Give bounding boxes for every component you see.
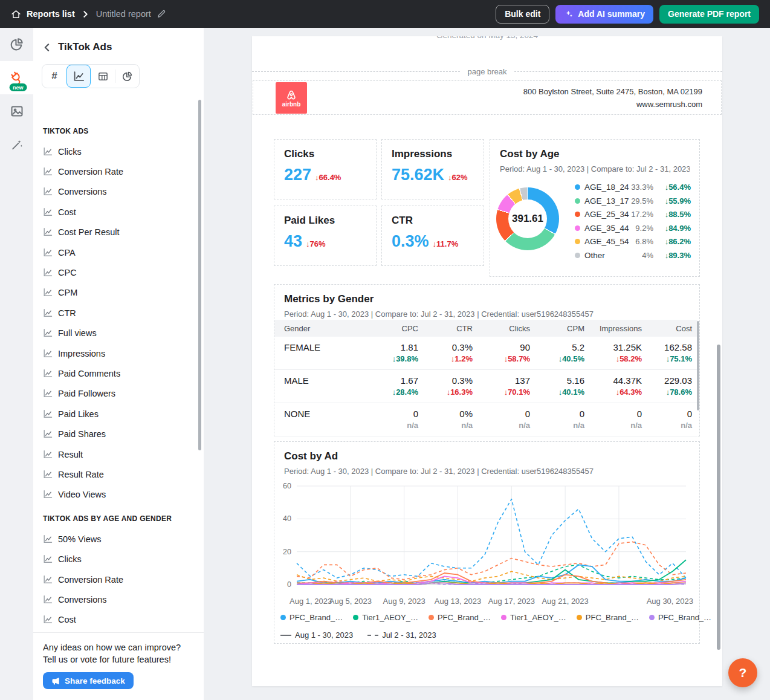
cell-value: 162.58 — [643, 342, 692, 352]
line-chart-icon — [43, 409, 53, 419]
widget-type-pie-chart-button[interactable] — [115, 65, 139, 88]
legend-label: AGE_13_17 — [584, 196, 629, 206]
sidebar-item-label: Cost — [58, 615, 76, 624]
sidebar-item-conversion-rate[interactable]: Conversion Rate — [43, 569, 204, 589]
cell-change: ↓16.3% — [419, 387, 473, 397]
generate-pdf-button[interactable]: Generate PDF report — [659, 5, 759, 24]
donut-legend-item-age-35-44: AGE_35_449.2%↓84.9% — [575, 224, 691, 233]
cost-by-ad-widget[interactable]: Cost by Ad Period: Aug 1 - 30, 2023 | Co… — [274, 441, 700, 644]
scorecard-value: 75.62K — [392, 166, 444, 184]
series-line-previous-tier1-aeoy — [297, 565, 686, 583]
sidebar-item-paid-likes[interactable]: Paid Likes — [43, 404, 204, 424]
rail-widgets-button[interactable] — [0, 28, 33, 61]
help-button[interactable]: ? — [728, 658, 757, 687]
sidebar-item-label: Cost — [58, 207, 76, 217]
generated-on-text: Generated on May 13, 2024 — [252, 36, 722, 40]
sidebar-item-impressions[interactable]: Impressions — [43, 343, 204, 363]
scorecard-change: ↓62% — [448, 173, 468, 182]
down-arrow-icon: ↓ — [392, 354, 396, 363]
add-ai-summary-button[interactable]: Add AI summary — [555, 5, 653, 24]
report-header-widget[interactable]: airbnb 800 Boylston Street, Suite 2475, … — [253, 80, 722, 115]
legend-percent: 6.8% — [635, 237, 653, 246]
legend-label: AGE_18_24 — [584, 183, 629, 192]
metrics-by-gender-widget[interactable]: Metrics by Gender Period: Aug 1 - 30, 20… — [274, 284, 700, 436]
sidebar-item-conversions[interactable]: Conversions — [43, 182, 204, 202]
sparkles-icon — [564, 9, 574, 19]
scorecard-label: CTR — [392, 215, 474, 227]
rail-ai-tools-button[interactable] — [0, 128, 33, 161]
sidebar-item-cost[interactable]: Cost — [43, 202, 204, 222]
line-chart-icon — [43, 147, 53, 157]
down-arrow-icon: ↓ — [666, 354, 670, 363]
solid-line-sample-icon — [280, 635, 291, 636]
widget-type-table-button[interactable] — [91, 65, 115, 88]
line-chart-icon — [43, 490, 53, 499]
scorecard-impressions[interactable]: Impressions75.62K↓62% — [381, 139, 484, 199]
hash-icon: # — [51, 70, 57, 82]
sidebar-item-label: Video Views — [58, 490, 106, 499]
sidebar-item-cpa[interactable]: CPA — [43, 242, 204, 262]
down-arrow-icon: ↓ — [504, 354, 508, 363]
series-legend-item[interactable]: PFC_Brand_… — [649, 613, 711, 622]
series-legend-item[interactable]: PFC_Brand_… — [429, 613, 491, 622]
bulk-edit-button[interactable]: Bulk edit — [496, 5, 549, 24]
sidebar-item-full-views[interactable]: Full views — [43, 323, 204, 343]
sidebar-item-label: CPA — [58, 248, 76, 258]
sidebar-item-conversion-rate[interactable]: Conversion Rate — [43, 161, 204, 181]
sidebar-scrollbar[interactable] — [198, 100, 201, 450]
scorecard-change: ↓11.7% — [433, 239, 459, 248]
line-chart-icon — [43, 450, 53, 459]
sidebar-item-result-rate[interactable]: Result Rate — [43, 464, 204, 484]
scorecard-ctr[interactable]: CTR0.3%↓11.7% — [381, 206, 484, 266]
series-legend-item[interactable]: Tier1_AEOY_… — [501, 613, 566, 622]
sidebar-item-cpm[interactable]: CPM — [43, 283, 204, 303]
cell-change: ↓40.5% — [531, 354, 584, 363]
sidebar-item-result[interactable]: Result — [43, 444, 204, 464]
down-arrow-icon: ↓ — [558, 354, 563, 363]
sidebar-item-label: Result — [58, 450, 83, 459]
sidebar-item-clicks[interactable]: Clicks — [43, 549, 204, 569]
sidebar-item-ctr[interactable]: CTR — [43, 303, 204, 323]
sidebar-item-50-views[interactable]: 50% Views — [43, 529, 204, 549]
metric-cell: 0.3%↓16.3% — [419, 375, 474, 397]
scorecard-clicks[interactable]: Clicks227↓66.4% — [274, 139, 377, 199]
report-title: Untitled report — [96, 9, 151, 19]
sidebar-item-paid-shares[interactable]: Paid Shares — [43, 424, 204, 444]
scorecard-paid-likes[interactable]: Paid Likes43↓76% — [274, 206, 377, 266]
down-arrow-icon: ↓ — [665, 210, 669, 219]
legend-dot-icon — [649, 615, 655, 620]
series-line-previous-pfc-brand — [297, 499, 686, 578]
y-axis-tick: 0 — [287, 580, 291, 589]
table-scrollbar[interactable] — [697, 321, 699, 410]
sidebar-item-cpc[interactable]: CPC — [43, 262, 204, 282]
series-legend-item[interactable]: PFC_Brand_… — [577, 613, 639, 622]
sidebar-item-cost-per-result[interactable]: Cost Per Result — [43, 222, 204, 242]
sidebar-item-cost[interactable]: Cost — [43, 610, 204, 625]
rail-integrations-button[interactable]: new — [0, 61, 33, 94]
down-arrow-icon: ↓ — [392, 387, 396, 397]
cell-value: 0% — [419, 409, 473, 419]
sidebar-item-paid-followers[interactable]: Paid Followers — [43, 384, 204, 404]
donut-center-value: 391.61 — [508, 199, 547, 238]
series-legend-item[interactable]: PFC_Brand_… — [280, 613, 343, 622]
sidebar-item-clicks[interactable]: Clicks — [43, 141, 204, 161]
share-feedback-button[interactable]: Share feedback — [43, 672, 134, 689]
rail-images-button[interactable] — [0, 94, 33, 128]
series-legend-item[interactable]: Tier1_AEOY_… — [353, 613, 418, 622]
gender-table: GenderCPCCTRClicksCPMImpressionsCostFEMA… — [274, 320, 697, 436]
main-scrollbar[interactable] — [717, 345, 720, 650]
back-chevron-icon[interactable] — [43, 44, 51, 51]
cell-change: ↓28.4% — [382, 387, 418, 397]
sidebar-item-conversions[interactable]: Conversions — [43, 589, 204, 609]
cost-by-age-widget[interactable]: Cost by Age Period: Aug 1 - 30, 2023 | C… — [490, 139, 700, 277]
sidebar-item-paid-comments[interactable]: Paid Comments — [43, 363, 204, 383]
edit-title-pencil-icon[interactable] — [157, 9, 166, 19]
widget-type-number-button[interactable]: # — [42, 65, 66, 88]
widget-type-line-chart-button[interactable] — [66, 65, 91, 88]
breadcrumb-reports-list[interactable]: Reports list — [11, 9, 75, 19]
legend-label: Jul 2 - 31, 2023 — [382, 630, 436, 640]
legend-label: Other — [584, 251, 605, 260]
cell-change: ↓58.2% — [586, 354, 642, 363]
sidebar-item-video-views[interactable]: Video Views — [43, 485, 204, 505]
donut-legend-item-other: Other4%↓89.3% — [575, 251, 691, 260]
